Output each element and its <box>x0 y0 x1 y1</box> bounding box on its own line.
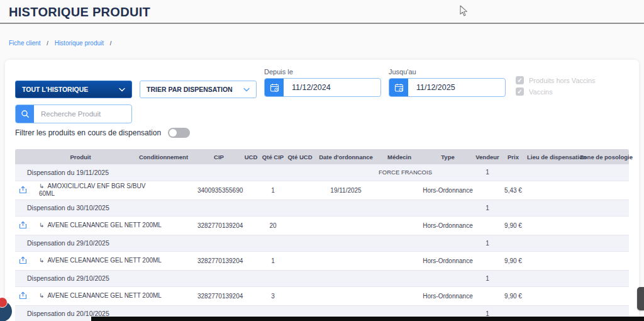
cell-medecin <box>377 181 421 200</box>
breadcrumb-link-historique-produit[interactable]: Historique produit <box>55 40 104 47</box>
checkbox-label: Produits hors Vaccins <box>529 77 596 84</box>
dispensation-date-label: Dispensation du 30/10/2025 <box>15 200 377 216</box>
cell-prix: 5,43 € <box>501 181 526 200</box>
side-floating-button[interactable] <box>637 287 644 310</box>
column-header-qte-cip: Qté CIP <box>260 149 286 164</box>
checkbox-produits-hors-vaccins[interactable]: ✓ Produits hors Vaccins <box>516 76 596 84</box>
product-name: AMOXICIL/CLAV ENF BGR S/BUV 60ML <box>39 183 145 197</box>
cell-vendeur <box>474 181 501 200</box>
column-header-produit: Produit <box>30 149 131 164</box>
cell-cip: 3282770139204 <box>196 251 242 270</box>
sort-select-value: TRIER PAR DISPENSATION <box>147 86 233 93</box>
checkbox-vaccins[interactable]: ✓ Vaccins <box>516 87 596 96</box>
cell-qte-ucd <box>286 181 314 200</box>
column-header-lieu-dispensation: Lieu de dispensation <box>526 149 579 164</box>
cell-icon <box>15 216 30 235</box>
breadcrumb-link-fiche-client[interactable]: Fiche client <box>9 40 41 47</box>
cell-type <box>421 200 474 216</box>
history-table: Produit Conditionnement CIP UCD Qté CIP … <box>15 149 629 321</box>
product-row[interactable]: ↳AMOXICIL/CLAV ENF BGR S/BUV 60ML 340093… <box>15 181 629 200</box>
dispensation-filter-toggle[interactable] <box>168 128 190 138</box>
calendar-icon[interactable] <box>265 79 284 96</box>
cell-icon <box>15 181 30 200</box>
history-table-body: Dispensation du 19/11/2025 FORCE FRANCOI… <box>15 164 629 321</box>
checkbox-checked-icon: ✓ <box>516 87 524 96</box>
cell-vendeur: 1 <box>474 164 501 181</box>
calendar-icon[interactable] <box>389 79 408 96</box>
column-header-cip: CIP <box>196 149 242 164</box>
cell-qte-cip: 20 <box>260 216 286 235</box>
column-header-qte-ucd: Qté UCD <box>286 149 314 164</box>
product-name: AVENE CLEANANCE GEL NETT 200ML <box>47 292 162 299</box>
date-to-input[interactable] <box>408 79 505 96</box>
export-icon[interactable] <box>19 221 27 229</box>
cell-medecin <box>377 216 421 235</box>
cell-prix <box>501 270 526 286</box>
cell-type <box>421 270 474 286</box>
product-row[interactable]: ↳AVENE CLEANANCE GEL NETT 200ML 32827701… <box>15 251 629 270</box>
breadcrumb: Fiche client / Historique produit / <box>9 40 116 47</box>
product-name: AVENE CLEANANCE GEL NETT 200ML <box>47 257 162 264</box>
export-icon[interactable] <box>19 291 27 300</box>
cell-medecin <box>377 286 421 305</box>
chevron-down-icon <box>119 87 125 92</box>
search-input[interactable] <box>34 105 131 123</box>
cell-date-ordonnance: 19/11/2025 <box>314 181 377 200</box>
cell-zone-posologie <box>579 286 629 305</box>
dispensation-date-label: Dispensation du 29/10/2025 <box>15 270 377 286</box>
cell-produit: ↳AVENE CLEANANCE GEL NETT 200ML <box>30 251 131 270</box>
dispensation-filter-label: Filtrer les produits en cours de dispens… <box>15 128 161 137</box>
product-row[interactable]: ↳AVENE CLEANANCE GEL NETT 200ML 32827701… <box>15 286 629 305</box>
cell-lieu-dispensation <box>526 164 579 181</box>
cell-qte-ucd <box>286 251 314 270</box>
breadcrumb-separator: / <box>47 40 48 47</box>
column-header-type: Type <box>421 149 474 164</box>
column-header-date-ordonnance: Date d'ordonnance <box>314 149 377 164</box>
product-row[interactable]: ↳AVENE CLEANANCE GEL NETT 200ML 32827701… <box>15 216 629 235</box>
column-header-icon <box>15 149 30 164</box>
notification-badge <box>0 297 8 308</box>
date-from-group: Depuis le <box>264 68 381 97</box>
cell-lieu-dispensation <box>526 270 579 286</box>
cell-ucd <box>242 216 260 235</box>
cell-lieu-dispensation <box>526 181 579 200</box>
title-divider <box>0 23 644 24</box>
history-select-value: TOUT L'HISTORIQUE <box>22 86 88 93</box>
dispensation-group-row[interactable]: Dispensation du 19/11/2025 FORCE FRANCOI… <box>15 164 629 181</box>
dispensation-group-row[interactable]: Dispensation du 29/10/2025 1 <box>15 270 629 286</box>
cell-produit: ↳AVENE CLEANANCE GEL NETT 200ML <box>30 216 131 235</box>
history-select[interactable]: TOUT L'HISTORIQUE <box>15 81 132 98</box>
cell-prix: 9,90 € <box>501 216 526 235</box>
cell-qte-cip: 1 <box>260 181 286 200</box>
column-header-vendeur: Vendeur <box>474 149 501 164</box>
cell-vendeur <box>474 286 501 305</box>
dispensation-group-row[interactable]: Dispensation du 30/10/2025 1 <box>15 200 629 216</box>
cell-vendeur <box>474 251 501 270</box>
cell-type: Hors-Ordonnance <box>421 181 474 200</box>
cell-prix: 9,90 € <box>501 251 526 270</box>
cell-date-ordonnance <box>314 251 377 270</box>
cell-medecin <box>377 251 421 270</box>
cell-date-ordonnance <box>314 286 377 305</box>
cell-prix: 9,90 € <box>501 286 526 305</box>
search-icon[interactable] <box>16 105 34 123</box>
cell-ucd <box>242 286 260 305</box>
toggle-knob <box>169 129 177 137</box>
cell-type: Hors-Ordonnance <box>421 286 474 305</box>
export-icon[interactable] <box>19 256 27 264</box>
checkbox-checked-icon: ✓ <box>516 76 524 84</box>
cell-cip: 3282770139204 <box>196 286 242 305</box>
cell-zone-posologie <box>579 216 629 235</box>
cell-prix <box>501 200 526 216</box>
export-icon[interactable] <box>19 186 27 194</box>
dispensation-group-row[interactable]: Dispensation du 29/10/2025 1 <box>15 235 629 251</box>
cell-zone-posologie <box>579 164 629 181</box>
date-from-input[interactable] <box>284 79 380 96</box>
product-name: AVENE CLEANANCE GEL NETT 200ML <box>47 222 162 228</box>
cell-qte-ucd <box>286 286 314 305</box>
cell-medecin <box>377 200 421 216</box>
cell-prix <box>501 235 526 251</box>
sort-select[interactable]: TRIER PAR DISPENSATION <box>140 81 257 98</box>
cell-lieu-dispensation <box>526 200 579 216</box>
cell-qte-ucd <box>286 216 314 235</box>
